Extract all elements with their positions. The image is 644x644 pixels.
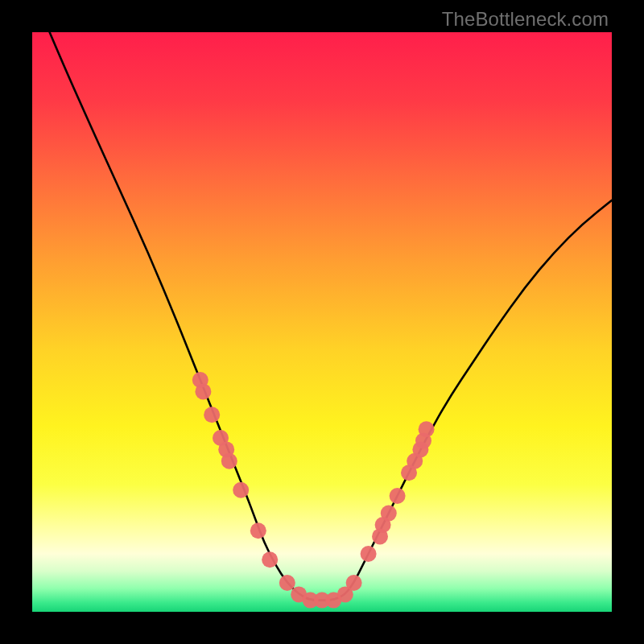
- data-dot: [233, 482, 249, 498]
- data-dot: [381, 506, 397, 522]
- data-dot: [204, 407, 220, 423]
- curve-layer: [32, 32, 612, 612]
- data-dot: [250, 522, 266, 539]
- bottleneck-curve: [50, 32, 612, 601]
- data-dot: [390, 488, 406, 504]
- chart-frame: TheBottleneck.com: [0, 0, 644, 644]
- data-dot: [262, 551, 278, 568]
- data-dot: [279, 575, 295, 591]
- data-dots-group: [192, 372, 435, 609]
- data-dot: [195, 383, 211, 399]
- watermark-text: TheBottleneck.com: [442, 8, 609, 31]
- plot-area: [32, 32, 612, 612]
- data-dot: [361, 546, 377, 562]
- data-dot: [419, 421, 435, 437]
- data-dot: [221, 453, 237, 469]
- data-dot: [346, 575, 362, 591]
